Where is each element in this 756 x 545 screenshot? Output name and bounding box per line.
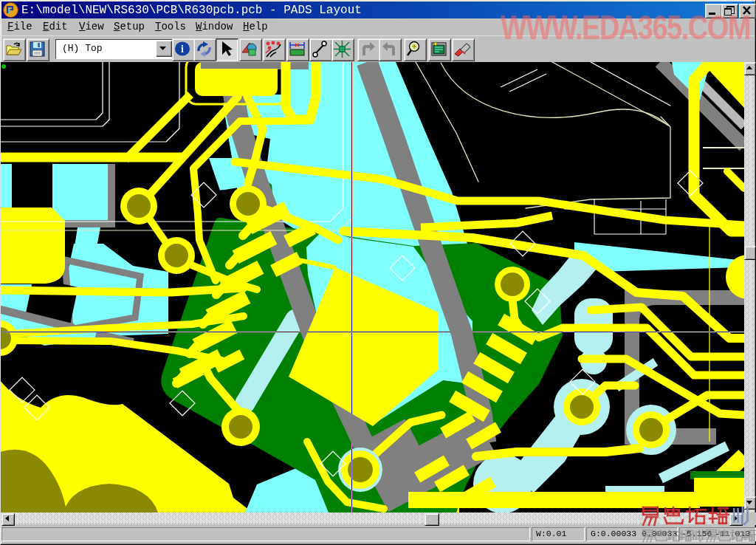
svg-text:i: i xyxy=(181,44,184,55)
